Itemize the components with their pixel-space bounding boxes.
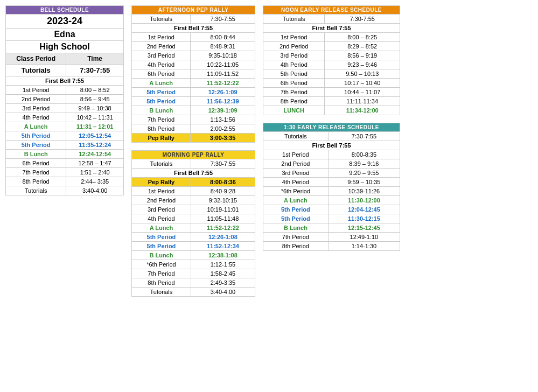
bs-1st-period: 1st Period — [6, 86, 66, 95]
ner-2nd-time: 8:29 – 8:52 — [325, 42, 400, 51]
mpr-a-lunch: A Lunch — [132, 223, 191, 233]
apr-4th-time: 10:22-11:05 — [191, 60, 255, 69]
er130-a-lunch-time: 11:30-12:00 — [328, 196, 400, 205]
apr-1st-time: 8:00-8:44 — [191, 33, 255, 42]
er130-7th-time: 12:49-1:10 — [328, 233, 400, 242]
mpr-4th: 4th Period — [132, 214, 191, 223]
er130-1st: 1st Period — [263, 150, 329, 159]
ner-3rd: 3rd Period — [263, 51, 325, 60]
er130-b-lunch-time: 12:15-12:45 — [328, 223, 400, 233]
bs-5th-a-time: 12:05-12:54 — [66, 131, 124, 141]
bs-8th-period: 8th Period — [6, 177, 66, 186]
ner-1st: 1st Period — [263, 33, 325, 42]
mpr-7th-time: 1:58-2:45 — [191, 269, 255, 278]
er130-header: 1:30 EARLY RELEASE SCHEDULE — [263, 123, 400, 132]
apr-a-lunch-time: 11:52-12:22 — [191, 79, 255, 88]
mpr-7th: 7th Period — [132, 269, 191, 278]
er130-b-lunch: B Lunch — [263, 223, 329, 233]
ner-2nd: 2nd Period — [263, 42, 325, 51]
first-bell: First Bell 7:55 — [6, 76, 124, 86]
er130-1st-time: 8:00-8:35 — [328, 150, 400, 159]
mpr-pep-rally-time: 8:00-8:36 — [191, 178, 255, 187]
mpr-3rd-time: 10:19-11:01 — [191, 205, 255, 214]
bell-schedule-title3: High School — [6, 41, 124, 53]
ner-8th: 8th Period — [263, 97, 325, 106]
apr-4th: 4th Period — [132, 60, 191, 69]
apr-2nd: 2nd Period — [132, 42, 191, 51]
er130-5th-a-time: 12:04-12:45 — [328, 205, 400, 214]
er130-tutorials: Tutorials — [263, 132, 329, 141]
mpr-b-lunch-time: 12:38-1:08 — [191, 251, 255, 260]
er130-8th: 8th Period — [263, 242, 329, 251]
ner-7th: 7th Period — [263, 88, 325, 97]
bs-b-lunch: B Lunch — [6, 150, 66, 159]
bs-tutorials-end-time: 3:40-4:00 — [66, 186, 124, 195]
er130-7th: 7th Period — [263, 233, 329, 242]
bs-6th-period: 6th Period — [6, 159, 66, 168]
er130-5th-b: 5th Period — [263, 214, 329, 223]
mpr-first-bell: First Bell 7:55 — [132, 169, 255, 178]
ner-first-bell: First Bell 7:55 — [263, 24, 400, 33]
bs-1st-time: 8:00 – 8:52 — [66, 86, 124, 95]
bell-schedule-title2: Edna — [6, 29, 124, 41]
ner-lunch: LUNCH — [263, 106, 325, 115]
er130-a-lunch: A Lunch — [263, 196, 329, 205]
ner-4th: 4th Period — [263, 60, 325, 69]
mpr-4th-time: 11:05-11:48 — [191, 214, 255, 223]
mpr-6th: *6th Period — [132, 260, 191, 269]
apr-pep-rally: Pep Rally — [132, 134, 191, 143]
er130-3rd-time: 9:20 – 9:55 — [328, 169, 400, 178]
tutorials-time: 7:30-7:55 — [66, 65, 124, 76]
mpr-5th-a-time: 12:26-1:08 — [191, 233, 255, 242]
er130-8th-time: 1:14-1:30 — [328, 242, 400, 251]
mpr-2nd: 2nd Period — [132, 196, 191, 205]
ner-1st-time: 8:00 – 8:25 — [325, 33, 400, 42]
bs-4th-time: 10:42 – 11:31 — [66, 113, 124, 122]
apr-5th-b: 5th Period — [132, 97, 191, 106]
apr-5th-a-time: 12:26-1:09 — [191, 88, 255, 97]
apr-8th-time: 2:00-2:55 — [191, 124, 255, 134]
bs-2nd-period: 2nd Period — [6, 95, 66, 104]
noon-header: NOON EARLY RELEASE SCHEDULE — [263, 6, 400, 15]
mpr-3rd: 3rd Period — [132, 205, 191, 214]
er130-2nd: 2nd Period — [263, 159, 329, 169]
mpr-5th-b-time: 11:52-12:34 — [191, 242, 255, 251]
apr-tutorials: Tutorials — [132, 15, 191, 24]
apr-7th: 7th Period — [132, 115, 191, 124]
mpr-8th-time: 2:49-3:35 — [191, 278, 255, 288]
bs-7th-time: 1:51 – 2:40 — [66, 168, 124, 177]
bell-schedule-header: BELL SCHEDULE — [6, 6, 124, 15]
apr-8th: 8th Period — [132, 124, 191, 134]
er130-2nd-time: 8:39 – 9:16 — [328, 159, 400, 169]
morning-pep-rally-table: MORNING PEP RALLY Tutorials 7:30-7:55 Fi… — [131, 150, 255, 297]
col3: NOON EARLY RELEASE SCHEDULE Tutorials 7:… — [263, 5, 400, 258]
bs-a-lunch: A Lunch — [6, 122, 66, 131]
apr-5th-b-time: 11:56-12:39 — [191, 97, 255, 106]
mpr-8th: 8th Period — [132, 278, 191, 288]
bs-5th-b-time: 11:35-12:24 — [66, 141, 124, 150]
bs-tutorials-end: Tutorials — [6, 186, 66, 195]
bell-schedule-title1: 2023-24 — [6, 15, 124, 29]
bs-5th-a: 5th Period — [6, 131, 66, 141]
mpr-1st-time: 8:40-9:28 — [191, 187, 255, 196]
mpr-tutorials-end: Tutorials — [132, 288, 191, 297]
er130-5th-a: 5th Period — [263, 205, 329, 214]
afternoon-header: AFTERNOON PEP RALLY — [132, 6, 255, 15]
apr-3rd: 3rd Period — [132, 51, 191, 60]
bell-schedule-table: BELL SCHEDULE 2023-24 Edna High School C… — [5, 5, 124, 195]
bs-a-lunch-time: 11:31 – 12:01 — [66, 122, 124, 131]
apr-tutorials-time: 7:30-7:55 — [191, 15, 255, 24]
mpr-2nd-time: 9:32-10:15 — [191, 196, 255, 205]
er130-6th-time: 10:39-11:26 — [328, 187, 400, 196]
ner-lunch-time: 11:34-12:00 — [325, 106, 400, 115]
col2: AFTERNOON PEP RALLY Tutorials 7:30-7:55 … — [131, 5, 255, 304]
apr-first-bell: First Bell 7:55 — [132, 24, 255, 33]
col-header-period: Class Period — [6, 53, 66, 65]
ner-tutorials: Tutorials — [263, 15, 325, 24]
er130-first-bell: First Bell 7:55 — [263, 141, 400, 150]
er130-6th: *6th Period — [263, 187, 329, 196]
apr-a-lunch: A Lunch — [132, 79, 191, 88]
er130-3rd: 3rd Period — [263, 169, 329, 178]
bs-4th-period: 4th Period — [6, 113, 66, 122]
mpr-tutorials-time: 7:30-7:55 — [191, 159, 255, 169]
